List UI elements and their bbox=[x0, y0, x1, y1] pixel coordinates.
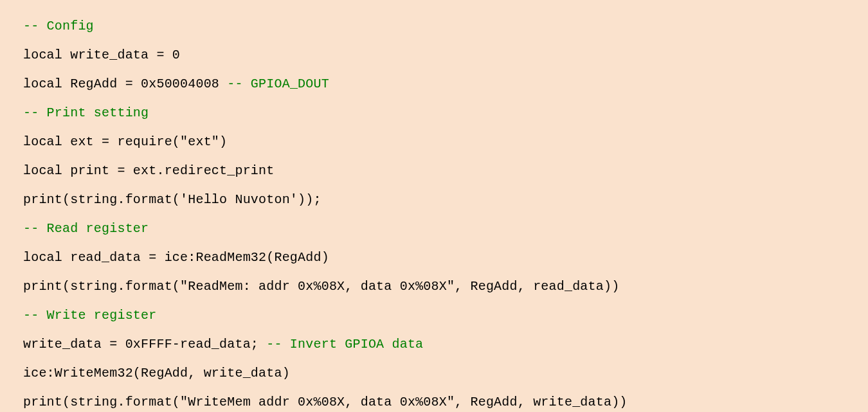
code-comment: -- Config bbox=[23, 19, 94, 33]
code-line: -- Write register bbox=[23, 301, 845, 330]
code-text: write_data = 0xFFFF-read_data; bbox=[23, 337, 266, 352]
code-text: local write_data = 0 bbox=[23, 48, 180, 62]
code-line: write_data = 0xFFFF-read_data; -- Invert… bbox=[23, 330, 845, 359]
code-line: -- Print setting bbox=[23, 98, 845, 127]
code-text: print(string.format("WriteMem addr 0x%08… bbox=[23, 395, 628, 409]
code-text: ice:WriteMem32(RegAdd, write_data) bbox=[23, 366, 290, 381]
code-line: local read_data = ice:ReadMem32(RegAdd) bbox=[23, 243, 845, 272]
code-comment: -- Print setting bbox=[23, 105, 149, 120]
code-text: local ext = require("ext") bbox=[23, 134, 227, 149]
code-text: local read_data = ice:ReadMem32(RegAdd) bbox=[23, 250, 329, 265]
code-comment: -- GPIOA_DOUT bbox=[227, 76, 329, 91]
code-comment: -- Write register bbox=[23, 308, 156, 323]
code-line: ice:WriteMem32(RegAdd, write_data) bbox=[23, 359, 845, 388]
code-line: local write_data = 0 bbox=[23, 40, 845, 69]
code-line: local RegAdd = 0x50004008 -- GPIOA_DOUT bbox=[23, 69, 845, 98]
code-comment: -- Read register bbox=[23, 221, 149, 236]
code-line: local ext = require("ext") bbox=[23, 127, 845, 156]
code-line: print(string.format("ReadMem: addr 0x%08… bbox=[23, 272, 845, 301]
code-text: print(string.format("ReadMem: addr 0x%08… bbox=[23, 279, 619, 294]
code-text: local print = ext.redirect_print bbox=[23, 163, 274, 178]
code-block: -- Configlocal write_data = 0local RegAd… bbox=[23, 12, 845, 412]
code-line: print(string.format("WriteMem addr 0x%08… bbox=[23, 388, 845, 412]
code-text: print(string.format('Hello Nuvoton')); bbox=[23, 192, 321, 207]
code-text: local RegAdd = 0x50004008 bbox=[23, 76, 227, 91]
code-line: -- Read register bbox=[23, 214, 845, 243]
code-line: print(string.format('Hello Nuvoton')); bbox=[23, 185, 845, 214]
code-line: -- Config bbox=[23, 12, 845, 40]
code-line: local print = ext.redirect_print bbox=[23, 156, 845, 185]
code-comment: -- Invert GPIOA data bbox=[266, 337, 423, 352]
